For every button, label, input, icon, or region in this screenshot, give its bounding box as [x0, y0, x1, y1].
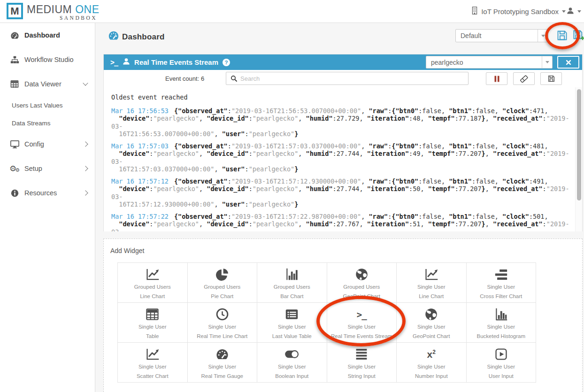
bar-chart-icon [285, 267, 298, 282]
line-chart-icon [424, 267, 438, 282]
chevron-down-icon [562, 10, 566, 15]
clear-stream-button[interactable] [513, 72, 535, 85]
widget-single-user-boolean-input[interactable]: Single User Boolean Input [257, 343, 327, 382]
chevron-down-icon [542, 56, 552, 68]
terminal-icon: >_ [357, 307, 367, 322]
save-dashboard-button[interactable] [557, 30, 568, 43]
search-input[interactable] [240, 72, 466, 85]
widget-single-user-real-time-events-stream[interactable]: >_ Single User Real Time Events Stream [327, 303, 397, 342]
gauge-icon [108, 31, 119, 42]
stream-widget-header: >_ Real Time Events Stream ? pearlgecko [104, 54, 582, 70]
widget-single-user-number-input[interactable]: x2 Single User Number Input [397, 343, 466, 382]
event-timestamp: Mar 16 17:57:03 [111, 142, 169, 150]
event-count: Event count: 6 [165, 70, 204, 87]
widget-grouped-users-bar-chart[interactable]: Grouped Users Bar Chart [257, 263, 327, 302]
add-dashboard-button[interactable] [573, 30, 584, 43]
stream-widget-title: Real Time Events Stream [134, 58, 218, 66]
gauge-icon [9, 31, 20, 39]
widget-grouped-users-pie-chart[interactable]: Grouped Users Pie Chart [188, 263, 257, 302]
widget-single-user-geopoint-chart[interactable]: Single User GeoPoint Chart [397, 303, 466, 342]
chevron-down-icon [83, 80, 88, 85]
play-square-icon [495, 346, 507, 362]
question-circle-icon[interactable]: ? [223, 59, 230, 66]
sidebar-item-workflow-studio[interactable]: Workflow Studio [0, 53, 95, 66]
sidebar-item-users-last-values[interactable]: Users Last Values [0, 99, 95, 112]
sidebar-item-resources[interactable]: Resources [0, 186, 95, 200]
sidebar-item-dashboard[interactable]: Dashboard [0, 29, 95, 42]
widget-single-user-user-input[interactable]: Single User User Input [467, 343, 536, 382]
align-justify-icon [355, 346, 368, 362]
eraser-icon [520, 75, 528, 83]
widget-single-user-real-time-line-chart[interactable]: Single User Real Time Line Chart [188, 303, 257, 342]
brand-subtitle: SANDBOX [27, 15, 97, 21]
widget-grid: Grouped Users Line Chart Grouped Users P… [117, 262, 536, 383]
widget-single-user-real-time-gauge[interactable]: Single User Real Time Gauge [188, 343, 257, 382]
widget-grouped-users-geopoint-chart[interactable]: Grouped Users GeoPoint Chart [327, 263, 397, 302]
search-box [226, 72, 469, 85]
line-chart-icon [146, 267, 160, 282]
table-icon [146, 307, 159, 322]
workspace-label: IoT Prototyping Sandbox [481, 8, 559, 15]
widget-single-user-line-chart[interactable]: Single User Line Chart [397, 263, 466, 302]
widget-grouped-users-line-chart[interactable]: Grouped Users Line Chart [118, 263, 187, 302]
events-console[interactable]: Oldest event reached Mar 16 17:56:53{"ob… [104, 87, 582, 231]
chevron-right-icon [83, 141, 88, 146]
console-event: Mar 16 17:56:53{"observed_at":"2019-03-1… [111, 107, 570, 138]
sidebar-item-data-viewer[interactable]: Data Viewer [0, 77, 95, 91]
workspace-menu[interactable]: IoT Prototyping Sandbox [471, 0, 566, 23]
real-time-events-stream-widget: >_ Real Time Events Stream ? pearlgecko … [103, 54, 583, 231]
device-select[interactable]: pearlgecko [426, 56, 553, 69]
save-stream-button[interactable] [540, 72, 562, 85]
chevron-right-icon [83, 190, 88, 195]
brand-logo-icon[interactable]: M [7, 3, 23, 19]
widget-single-user-bucketed-histogram[interactable]: Single User Bucketed Histogram [467, 303, 536, 342]
sitemap-icon [9, 56, 20, 64]
pause-icon [494, 76, 499, 82]
clock-icon [216, 307, 229, 322]
console-event: Mar 16 17:57:22{"observed_at":"2019-03-1… [111, 213, 570, 232]
save-icon [557, 30, 568, 41]
save-icon [548, 75, 555, 82]
brand-wordmark: MEDIUM ONE [27, 3, 100, 16]
table-icon [9, 80, 20, 88]
x-squared-icon: x2 [427, 346, 436, 362]
event-json: {"observed_at":"2019-03-16T21:57:12.9300… [111, 177, 569, 208]
event-json: {"observed_at":"2019-03-16T21:56:53.0070… [111, 107, 569, 138]
add-widget-panel: Add Widget Grouped Users Line Chart Grou… [103, 238, 583, 392]
chevron-down-icon [538, 30, 548, 42]
line-chart-icon [146, 346, 160, 362]
gauge-icon [215, 346, 229, 362]
user-menu[interactable] [567, 0, 581, 23]
sidebar-item-setup[interactable]: ⚙⚙ Setup [0, 162, 95, 175]
widget-single-user-scatter-chart[interactable]: Single User Scatter Chart [118, 343, 187, 382]
sidebar-item-data-streams[interactable]: Data Streams [0, 116, 95, 130]
dashboard-select[interactable]: Default [455, 29, 548, 42]
console-status: Oldest event reached [111, 93, 570, 101]
console-event: Mar 16 17:57:12{"observed_at":"2019-03-1… [111, 177, 570, 208]
sidebar-item-config[interactable]: Config [0, 138, 95, 151]
widget-single-user-table[interactable]: Single User Table [118, 303, 187, 342]
pause-stream-button[interactable] [486, 72, 507, 85]
scrollbar-thumb[interactable] [577, 89, 581, 200]
chevron-right-icon [83, 166, 88, 171]
toggle-icon [284, 346, 299, 362]
event-timestamp: Mar 16 17:57:22 [111, 213, 169, 220]
building-icon [471, 7, 478, 16]
monitor-icon [9, 140, 20, 148]
info-circle-icon [9, 189, 20, 197]
event-json: {"observed_at":"2019-03-16T21:57:22.9870… [111, 213, 569, 232]
sidebar: Dashboard Workflow Studio Data Viewer Us… [0, 23, 95, 392]
top-bar: M MEDIUM ONE SANDBOX IoT Prototyping San… [0, 0, 584, 23]
close-widget-button[interactable] [557, 56, 579, 69]
search-icon [231, 75, 238, 84]
user-icon [123, 58, 130, 67]
widget-single-user-string-input[interactable]: Single User String Input [327, 343, 397, 382]
gears-icon: ⚙⚙ [9, 164, 20, 173]
widget-single-user-cross-filter-chart[interactable]: Single User Cross Filter Chart [467, 263, 536, 302]
widget-single-user-last-value-table[interactable]: Single User Last Value Table [257, 303, 327, 342]
pie-chart-icon [216, 267, 229, 282]
close-icon [566, 60, 571, 65]
cross-filter-icon [495, 267, 507, 282]
globe-icon [425, 307, 438, 322]
page-title: Dashboard [122, 32, 165, 42]
